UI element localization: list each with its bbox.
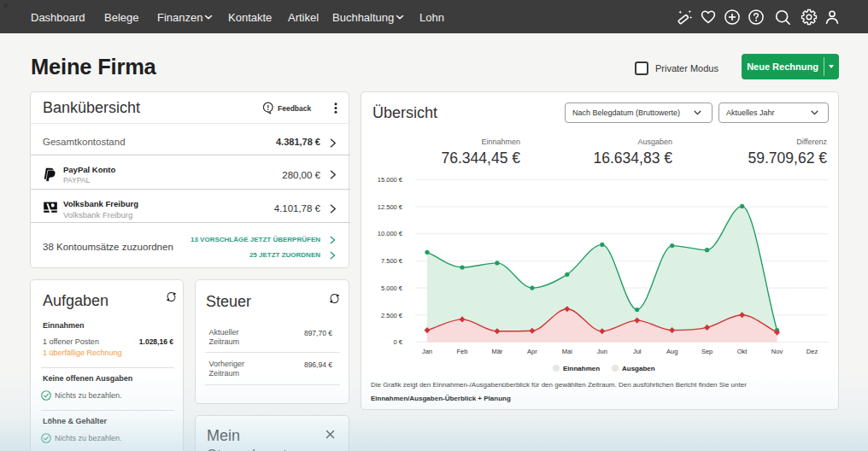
svg-text:15.000 €: 15.000 € xyxy=(378,176,403,184)
svg-text:Jul: Jul xyxy=(633,348,642,355)
svg-text:Apr: Apr xyxy=(527,348,537,355)
svg-text:Jun: Jun xyxy=(597,348,607,355)
svg-text:0 €: 0 € xyxy=(394,338,403,346)
svg-text:Nov: Nov xyxy=(771,348,783,355)
svg-text:7.500 €: 7.500 € xyxy=(381,257,403,265)
svg-text:Mär: Mär xyxy=(491,348,502,355)
svg-text:Sep: Sep xyxy=(701,348,713,355)
svg-text:12.500 €: 12.500 € xyxy=(378,203,403,211)
svg-text:Aug: Aug xyxy=(666,348,677,355)
svg-text:Dez: Dez xyxy=(806,348,818,355)
svg-text:5.000 €: 5.000 € xyxy=(381,284,403,292)
svg-text:Jan: Jan xyxy=(422,348,432,355)
svg-text:2.500 €: 2.500 € xyxy=(381,312,403,319)
svg-text:Feb: Feb xyxy=(457,348,468,355)
svg-text:Okt: Okt xyxy=(737,348,748,355)
svg-text:10.000 €: 10.000 € xyxy=(378,230,403,237)
svg-text:Mai: Mai xyxy=(562,348,572,355)
